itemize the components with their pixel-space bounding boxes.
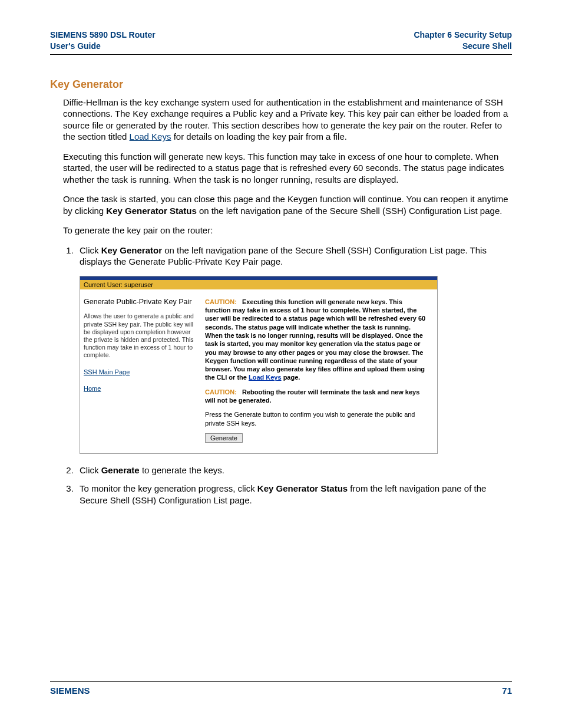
caution-block-1: CAUTION: Executing this function will ge…	[205, 298, 429, 382]
paragraph-3: Once the task is started, you can close …	[50, 193, 512, 216]
step-list-cont: Click Generate to generate the keys. To …	[50, 465, 512, 506]
step-1: Click Key Generator on the left navigati…	[76, 245, 512, 268]
footer-brand: SIEMENS	[50, 686, 90, 696]
section-heading: Key Generator	[50, 78, 512, 91]
header-right: Chapter 6 Security Setup Secure Shell	[414, 29, 513, 52]
paragraph-4: To generate the key pair on the router:	[50, 225, 512, 236]
step-2: Click Generate to generate the keys.	[76, 465, 512, 476]
paragraph-1: Diffie-Hellman is the key exchange syste…	[50, 97, 512, 143]
ss-panel-description: Allows the user to generate a public and…	[84, 312, 196, 359]
doc-title: SIEMENS 5890 DSL Router	[50, 30, 156, 39]
step-list: Click Key Generator on the left navigati…	[50, 245, 512, 268]
ss-load-keys-link[interactable]: Load Keys	[249, 374, 282, 381]
load-keys-link[interactable]: Load Keys	[130, 131, 171, 141]
ssh-main-page-link[interactable]: SSH Main Page	[84, 368, 196, 377]
caution-label-2: CAUTION:	[205, 388, 237, 396]
page-footer: SIEMENS 71	[50, 681, 512, 696]
press-generate-text: Press the Generate button to confirm you…	[205, 410, 429, 427]
step-3: To monitor the key generation progress, …	[76, 483, 512, 506]
header-left: SIEMENS 5890 DSL Router User's Guide	[50, 29, 156, 52]
doc-subtitle: User's Guide	[50, 41, 101, 51]
page-header: SIEMENS 5890 DSL Router User's Guide Cha…	[50, 29, 512, 55]
paragraph-2: Executing this function will generate ne…	[50, 151, 512, 186]
home-link[interactable]: Home	[84, 385, 196, 393]
page-number: 71	[502, 686, 512, 696]
generate-button[interactable]: Generate	[205, 433, 243, 443]
caution-label: CAUTION:	[205, 298, 237, 305]
ss-right-panel: CAUTION: Executing this function will ge…	[200, 289, 437, 453]
chapter-title: Chapter 6 Security Setup	[414, 30, 513, 39]
current-user-bar: Current User: superuser	[80, 280, 437, 289]
ss-left-panel: Generate Public-Private Key Pair Allows …	[80, 289, 200, 453]
chapter-subtitle: Secure Shell	[462, 41, 512, 51]
ss-panel-title: Generate Public-Private Key Pair	[84, 298, 196, 307]
caution-block-2: CAUTION: Rebooting the router will termi…	[205, 388, 429, 405]
embedded-screenshot: Current User: superuser Generate Public-…	[80, 276, 438, 454]
